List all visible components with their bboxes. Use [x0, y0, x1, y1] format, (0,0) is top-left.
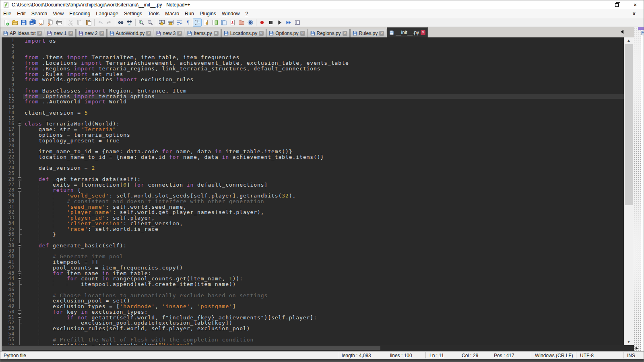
menu-macro[interactable]: Macro: [162, 9, 182, 18]
menu-file[interactable]: File: [0, 9, 14, 18]
fold-marker[interactable]: [17, 315, 23, 321]
fold-marker[interactable]: [17, 271, 23, 276]
tab-close-icon[interactable]: ×: [68, 31, 73, 36]
fold-margin: [17, 171, 23, 177]
tab-label: new 3: [163, 31, 175, 36]
menu-window[interactable]: Window: [219, 9, 242, 18]
close-button[interactable]: ×: [626, 0, 644, 9]
sync-vertical-button[interactable]: [157, 19, 166, 27]
tab-close-icon[interactable]: ×: [343, 31, 347, 36]
file-monitor-button[interactable]: [228, 19, 237, 27]
fold-marker[interactable]: [17, 276, 23, 282]
new-file-button[interactable]: [2, 19, 10, 27]
scroll-up-icon[interactable]: ▲: [624, 37, 634, 44]
menu-help[interactable]: ?: [243, 9, 251, 18]
doc-map-button[interactable]: [211, 19, 219, 27]
zoom-in-button[interactable]: [137, 19, 146, 27]
tab-close-icon[interactable]: ×: [37, 31, 42, 36]
save-button[interactable]: [19, 19, 28, 27]
close-all-button[interactable]: [46, 19, 55, 27]
tab-locations-py[interactable]: Locations.py×: [221, 29, 266, 37]
preview-button[interactable]: [246, 19, 255, 27]
menu-encoding[interactable]: Encoding: [66, 9, 93, 18]
macro-save-button[interactable]: [293, 19, 302, 27]
vertical-scrollbar[interactable]: ▲ ▼: [624, 37, 634, 345]
code-text: 'race': self.world.is_race: [23, 226, 624, 232]
folder-workspace-button[interactable]: [237, 19, 246, 27]
fold-marker[interactable]: [17, 121, 23, 127]
fold-marker[interactable]: [17, 177, 23, 182]
menu-run[interactable]: Run: [182, 9, 197, 18]
line-number: 47: [0, 293, 17, 298]
tab-autoworld-py[interactable]: AutoWorld.py×: [107, 29, 154, 37]
paste-button[interactable]: [84, 19, 93, 27]
tab-close-icon[interactable]: ×: [259, 31, 264, 36]
tab-items-py[interactable]: Items.py×: [185, 29, 221, 37]
menu-search[interactable]: Search: [29, 9, 50, 18]
tab-options-py[interactable]: Options.py×: [266, 29, 307, 37]
vertical-scrollbar-thumb[interactable]: [625, 44, 633, 205]
tab-close-icon[interactable]: ×: [421, 30, 425, 35]
maximize-button[interactable]: [607, 0, 626, 9]
macro-record-button[interactable]: [258, 19, 266, 27]
horizontal-scrollbar[interactable]: [0, 345, 634, 351]
fold-margin: [17, 293, 23, 298]
macro-run-multiple-button[interactable]: [284, 19, 293, 27]
menu-tools[interactable]: Tools: [145, 9, 162, 18]
find-button[interactable]: [116, 19, 125, 27]
scroll-right-icon[interactable]: [636, 347, 638, 350]
fold-marker[interactable]: [17, 309, 23, 315]
menu-edit[interactable]: Edit: [14, 9, 29, 18]
close-button[interactable]: [37, 19, 46, 27]
minimize-button[interactable]: [589, 0, 607, 9]
tab-scroll-left-icon[interactable]: [621, 30, 623, 34]
menu-settings[interactable]: Settings: [121, 9, 145, 18]
tab-close-icon[interactable]: ×: [177, 31, 182, 36]
doc-map-icon: [212, 19, 218, 26]
menu-items: FileEditSearchViewEncodingLanguageSettin…: [0, 9, 251, 18]
menu-view[interactable]: View: [50, 9, 66, 18]
tab-new-1[interactable]: new 1×: [45, 29, 75, 37]
line-number: 33: [0, 215, 17, 221]
tab-close-icon[interactable]: ×: [214, 31, 219, 36]
code-editor[interactable]: 1import os234from .Items import Terraria…: [0, 37, 624, 345]
file-icon: [3, 31, 8, 36]
fold-margin: [17, 254, 23, 259]
fold-marker[interactable]: [17, 187, 23, 193]
open-button[interactable]: [10, 19, 19, 27]
print-button[interactable]: [55, 19, 64, 27]
save-all-button[interactable]: [28, 19, 37, 27]
menubar-close-icon[interactable]: x: [633, 9, 636, 18]
tab-__init__-py[interactable]: __init__.py×: [387, 27, 428, 37]
tab-close-icon[interactable]: ×: [99, 31, 104, 36]
menu-plugins[interactable]: Plugins: [197, 9, 219, 18]
indent-guide-button[interactable]: [193, 19, 202, 27]
menu-language[interactable]: Language: [93, 9, 121, 18]
tab-regions-py[interactable]: Regions.py×: [308, 29, 350, 37]
macro-play-button[interactable]: [275, 19, 284, 27]
show-all-chars-button[interactable]: ¶: [184, 19, 193, 27]
function-list-button[interactable]: [202, 19, 211, 27]
macro-stop-button[interactable]: [266, 19, 275, 27]
horizontal-scrollbar-thumb[interactable]: [2, 346, 380, 350]
tab-new-3[interactable]: new 3×: [154, 29, 184, 37]
fold-margin: [17, 149, 23, 154]
doc-list-button[interactable]: [219, 19, 228, 27]
tab-ap-ideas-txt[interactable]: AP Ideas.txt×: [1, 29, 44, 37]
tab-close-icon[interactable]: ×: [379, 31, 384, 36]
tab-new-2[interactable]: new 2×: [76, 29, 107, 37]
zoom-out-button[interactable]: [146, 19, 155, 27]
file-icon: [224, 31, 229, 36]
indent-guide-icon: [194, 19, 200, 26]
sync-horizontal-button[interactable]: [166, 19, 175, 27]
toolbar-separator: [256, 19, 256, 26]
file-monitor-icon: [229, 19, 236, 26]
tab-rules-py[interactable]: Rules.py×: [350, 29, 387, 37]
tab-close-icon[interactable]: ×: [146, 31, 151, 36]
tab-close-icon[interactable]: ×: [300, 31, 305, 36]
word-wrap-button[interactable]: [175, 19, 184, 27]
panel-splitter[interactable]: [634, 27, 641, 351]
replace-button[interactable]: ab: [125, 19, 134, 27]
scroll-down-icon[interactable]: ▼: [624, 339, 634, 345]
fold-marker[interactable]: [17, 243, 23, 249]
